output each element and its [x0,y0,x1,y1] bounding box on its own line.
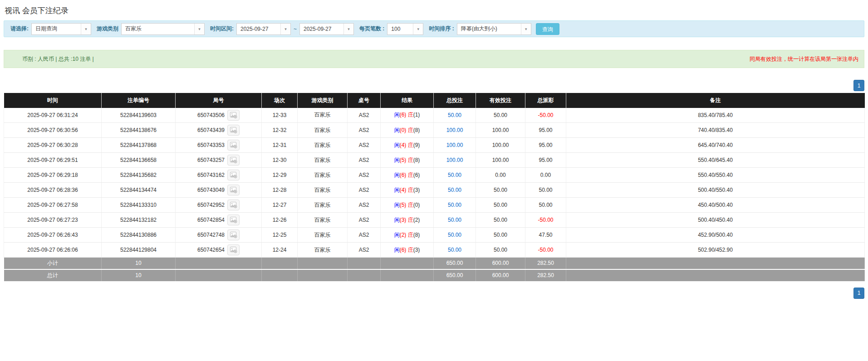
page-size-label: 每页笔数 : [359,25,384,33]
result-player-label: 闲 [394,187,400,193]
cell-time: 2025-09-27 06:26:43 [4,228,102,243]
card-image-icon [230,157,237,163]
result-banker-points: (8) [413,157,420,163]
total-bet-link[interactable]: 100.00 [446,127,463,133]
cell-note: 500.40/550.40 [566,183,865,198]
result-player-label: 闲 [394,127,400,133]
cell-game-type: 百家乐 [298,198,348,213]
total-bet-link[interactable]: 50.00 [448,112,461,118]
search-button[interactable]: 查询 [536,23,559,35]
cell-session: 12-29 [262,168,298,183]
result-banker-label: 庄 [408,247,413,253]
sort-select[interactable]: 降幂(由大到小) ▾ [457,23,531,35]
table-row: 2025-09-27 06:29:18 522844135682 6507431… [4,168,865,183]
round-number-text: 650742654 [197,247,225,253]
cell-bet-number: 522844136658 [102,153,176,168]
cell-table-number: AS2 [348,198,381,213]
total-bet-link[interactable]: 100.00 [446,142,463,148]
view-round-image-button[interactable] [227,244,240,255]
result-banker-points: (2) [413,217,420,223]
cell-payout: 50.00 [525,198,566,213]
result-banker-label: 庄 [408,157,413,163]
page-1-button[interactable]: 1 [853,288,864,299]
result-player-label: 闲 [394,247,400,253]
view-round-image-button[interactable] [227,229,240,240]
subtotal-count: 10 [102,258,176,269]
cell-table-number: AS2 [348,243,381,258]
round-number-text: 650743506 [197,112,225,118]
cell-session: 12-24 [262,243,298,258]
card-image-icon [230,247,237,253]
cell-round-number: 650743353 [176,138,262,153]
cell-round-number: 650743049 [176,183,262,198]
cell-table-number: AS2 [348,228,381,243]
sort-value: 降幂(由大到小) [457,24,521,34]
total-bet-link[interactable]: 50.00 [448,232,461,238]
cell-session: 12-32 [262,123,298,138]
cell-valid-bet: 0.00 [476,168,525,183]
chevron-down-icon[interactable]: ▾ [280,24,290,34]
result-player-points: (5) [400,157,407,163]
chevron-down-icon[interactable]: ▾ [194,24,204,34]
view-round-image-button[interactable] [227,110,240,121]
pagination-top: 1 [4,80,864,91]
view-round-image-button[interactable] [227,200,240,210]
total-bet-link[interactable]: 100.00 [446,157,463,163]
total-bet-link[interactable]: 50.00 [448,172,461,178]
result-player-label: 闲 [394,112,400,118]
view-round-image-button[interactable] [227,215,240,225]
cell-time: 2025-09-27 06:27:58 [4,198,102,213]
total-bet-link[interactable]: 50.00 [448,187,461,193]
chevron-down-icon[interactable]: ▾ [413,24,423,34]
date-range-tilde: ~ [294,26,297,32]
cell-valid-bet: 50.00 [476,213,525,228]
view-round-image-button[interactable] [227,170,240,180]
total-bet-link[interactable]: 50.00 [448,217,461,223]
result-player-points: (6) [400,247,407,253]
cell-note: 835.40/785.40 [566,108,865,123]
cell-game-type: 百家乐 [298,138,348,153]
date-to-picker[interactable]: 2025-09-27 ▾ [299,23,354,35]
cell-session: 12-25 [262,228,298,243]
cell-total-bet: 50.00 [434,168,476,183]
game-type-select[interactable]: 百家乐 ▾ [121,23,205,35]
chevron-down-icon[interactable]: ▾ [343,24,353,34]
cell-total-bet: 100.00 [434,153,476,168]
cell-time: 2025-09-27 06:30:56 [4,123,102,138]
cell-time: 2025-09-27 06:29:18 [4,168,102,183]
chevron-down-icon[interactable]: ▾ [81,24,91,34]
query-type-select[interactable]: 日期查询 ▾ [31,23,91,35]
total-bet-link[interactable]: 50.00 [448,247,461,253]
cell-session: 12-31 [262,138,298,153]
date-from-value: 2025-09-27 [237,24,280,34]
query-type-value: 日期查询 [32,24,81,34]
cell-game-type: 百家乐 [298,183,348,198]
table-row: 2025-09-27 06:26:43 522844130886 6507427… [4,228,865,243]
game-type-label: 游戏类别 [97,25,118,33]
page-1-button[interactable]: 1 [853,80,864,91]
total-bet-link[interactable]: 50.00 [448,202,461,208]
chevron-down-icon[interactable]: ▾ [521,24,531,34]
page-size-select[interactable]: 100 ▾ [387,23,423,35]
cell-bet-number: 522844138676 [102,123,176,138]
result-player-points: (6) [400,112,407,118]
result-banker-points: (3) [413,247,420,253]
view-round-image-button[interactable] [227,185,240,195]
cell-bet-number: 522844134474 [102,183,176,198]
view-round-image-button[interactable] [227,140,240,151]
total-count: 10 [102,269,176,281]
date-from-picker[interactable]: 2025-09-27 ▾ [236,23,291,35]
view-round-image-button[interactable] [227,125,240,136]
cell-payout: -50.00 [525,243,566,258]
cell-session: 12-27 [262,198,298,213]
cell-table-number: AS2 [348,168,381,183]
card-image-icon [230,232,237,238]
round-number-text: 650743439 [197,127,225,133]
cell-round-number: 650743439 [176,123,262,138]
cell-game-type: 百家乐 [298,108,348,123]
table-row: 2025-09-27 06:29:51 522844136658 6507432… [4,153,865,168]
cell-time: 2025-09-27 06:31:24 [4,108,102,123]
cell-payout: -50.00 [525,108,566,123]
view-round-image-button[interactable] [227,155,240,166]
total-label: 总计 [4,269,102,281]
